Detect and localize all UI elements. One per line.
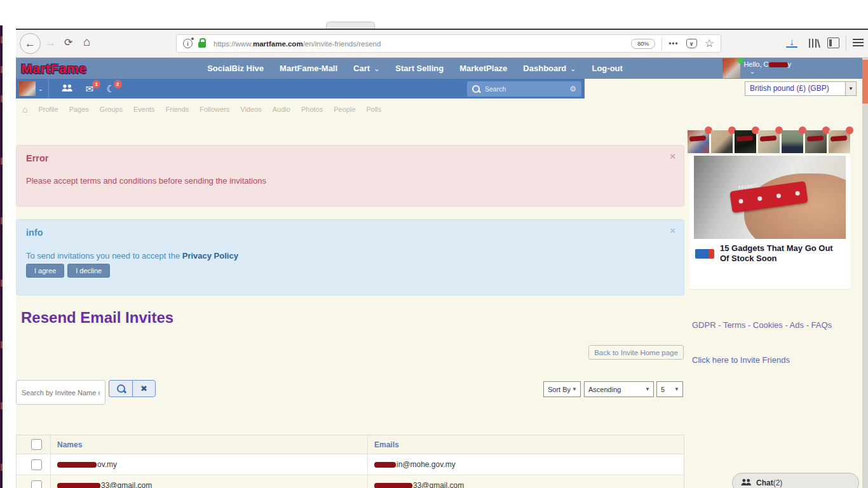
permission-dot — [191, 37, 194, 40]
pocket-icon[interactable]: ∨ — [686, 39, 697, 48]
gear-icon[interactable]: ⚙ — [569, 85, 576, 93]
forward-button[interactable]: → — [44, 36, 56, 50]
info-alert-message: To send invitations you need to accept t… — [26, 251, 238, 261]
navbar-item-log-out[interactable]: Log-out — [592, 64, 622, 73]
currency-select[interactable]: British pound (£) (GBP) ▼ — [745, 81, 857, 96]
home-button[interactable]: ⌂ — [83, 35, 90, 49]
user-greeting[interactable]: Hello, Cy ⌄ — [743, 60, 791, 78]
page-size-value: 5 — [657, 386, 674, 393]
navbar-item-socialbiz-hive[interactable]: SocialBiz Hive — [207, 64, 264, 73]
navbar-item-cart[interactable]: Cart⌄ — [353, 64, 379, 73]
user-menu[interactable]: Hello, Cy ⌄ — [722, 58, 791, 78]
select-all-checkbox[interactable] — [31, 439, 42, 450]
suggested-user-thumbnail[interactable] — [688, 130, 709, 153]
suggested-user-thumbnail[interactable] — [758, 130, 780, 153]
invite-friends-link[interactable]: Click here to Invite Friends — [692, 355, 790, 365]
clear-search-button[interactable]: ✖ — [132, 380, 156, 397]
currency-dropdown-button[interactable]: ▼ — [845, 82, 856, 95]
sort-by-select[interactable]: Sort By▼ — [543, 381, 581, 397]
ad-image[interactable]: keyport — [694, 156, 846, 239]
page-size-select[interactable]: 5▼ — [656, 381, 683, 397]
ad-card[interactable]: keyport 15 Gadgets That May Go Out Of St… — [689, 154, 850, 290]
ad-caption[interactable]: 15 Gadgets That May Go Out Of Stock Soon — [720, 243, 842, 263]
footer-links[interactable]: GDPR - Terms - Cookies - Ads - FAQs — [692, 320, 832, 330]
close-icon[interactable]: × — [670, 151, 675, 161]
navbar-item-martfame-mall[interactable]: MartFame-Mall — [280, 64, 337, 73]
martfame-logo[interactable]: MartFame — [21, 61, 86, 76]
url-text[interactable]: https://www.martfame.com/en/invite-frien… — [214, 40, 381, 48]
suggested-user-thumbnail[interactable] — [782, 130, 803, 153]
profile-nav-friends[interactable]: Friends — [166, 105, 189, 113]
home-icon[interactable]: ⌂ — [22, 104, 27, 114]
sidebar-toggle-icon[interactable] — [827, 37, 839, 48]
url-path: /en/invite-friends/resend — [303, 40, 381, 48]
redaction-mark — [769, 62, 788, 67]
profile-nav-polls[interactable]: Polls — [366, 105, 381, 113]
site-info-icon[interactable]: i — [183, 39, 193, 48]
divider — [846, 35, 846, 51]
bookmark-star-icon[interactable]: ☆ — [705, 37, 714, 50]
url-domain: martfame.com — [253, 40, 303, 48]
back-button[interactable]: ← — [20, 33, 41, 54]
zoom-level-badge[interactable]: 80% — [631, 39, 655, 49]
profile-nav-videos[interactable]: Videos — [240, 105, 261, 113]
greeting-suffix: y — [788, 60, 792, 68]
friends-icon[interactable] — [62, 83, 73, 94]
close-icon[interactable]: × — [670, 225, 675, 236]
suggested-user-thumbnail[interactable] — [711, 130, 733, 153]
search-icon — [117, 384, 125, 393]
notification-dot — [846, 126, 853, 134]
invitee-name-text: 33@gmail.com — [101, 481, 152, 488]
hamburger-menu-icon[interactable] — [853, 39, 864, 48]
padlock-icon[interactable] — [198, 42, 206, 48]
column-header-names[interactable]: Names — [57, 440, 82, 449]
currency-value: British pound (£) (GBP) — [745, 82, 845, 95]
suggested-user-thumbnail[interactable] — [805, 130, 827, 153]
profile-nav-photos[interactable]: Photos — [301, 105, 323, 113]
column-header-emails[interactable]: Emails — [374, 440, 399, 449]
decline-button[interactable]: I decline — [67, 264, 110, 278]
agree-button[interactable]: I agree — [26, 264, 64, 278]
error-alert-message: Please accept terms and conditions befor… — [26, 176, 266, 186]
messages-icon[interactable]: ✉1 — [86, 83, 94, 95]
search-placeholder: Search — [485, 85, 506, 93]
profile-nav-followers[interactable]: Followers — [200, 105, 229, 113]
left-strip-mark — [1, 95, 3, 102]
chevron-down-icon[interactable]: ⌄ — [38, 86, 43, 92]
site-search-input[interactable]: Search ⚙ — [467, 81, 581, 97]
page-actions-icon[interactable]: ••• — [668, 39, 679, 48]
reload-button[interactable]: ⟳ — [64, 36, 72, 48]
row-checkbox[interactable] — [31, 480, 42, 488]
url-bar[interactable]: i https://www.martfame.com/en/invite-fri… — [176, 34, 721, 53]
suggested-user-thumbnail[interactable] — [829, 130, 850, 153]
profile-nav-audio[interactable]: Audio — [273, 105, 290, 113]
row-checkbox[interactable] — [31, 459, 42, 470]
avatar-small[interactable] — [19, 81, 36, 96]
chat-widget[interactable]: Chat (2) — [732, 473, 859, 488]
privacy-policy-link[interactable]: Privacy Policy — [182, 251, 238, 261]
left-strip-mark — [1, 341, 3, 348]
navbar-item-dashboard[interactable]: Dashboard⌄ — [523, 64, 576, 73]
search-button[interactable] — [109, 380, 132, 397]
notifications-icon[interactable]: ☾2 — [106, 83, 114, 95]
back-to-invite-home-button[interactable]: Back to Invite Home page — [588, 345, 684, 360]
profile-nav-profile[interactable]: Profile — [38, 105, 58, 113]
profile-nav-groups[interactable]: Groups — [100, 105, 123, 113]
navbar-item-start-selling[interactable]: Start Selling — [395, 64, 444, 73]
profile-nav-people[interactable]: People — [334, 105, 355, 113]
download-icon[interactable]: ↓ — [786, 37, 797, 48]
profile-nav-pages[interactable]: Pages — [69, 105, 89, 113]
page-title: Resend Email Invites — [21, 309, 173, 327]
chat-label: Chat — [756, 478, 773, 487]
info-alert-buttons: I agree I decline — [26, 264, 110, 278]
profile-nav-events[interactable]: Events — [133, 105, 155, 113]
navbar-item-marketplaze[interactable]: MarketPlaze — [459, 64, 507, 73]
scrollbar-thumb[interactable] — [862, 60, 868, 104]
invitee-search-input[interactable] — [16, 380, 105, 405]
table-body: ov.myin@mohe.gov.my33@gmail.com33@gmail.… — [17, 454, 684, 488]
scrollbar-track[interactable] — [862, 58, 868, 488]
library-icon[interactable] — [808, 37, 820, 51]
sort-order-select[interactable]: Ascending▼ — [584, 381, 654, 397]
suggested-user-thumbnail[interactable] — [735, 130, 756, 153]
table-cell-checkbox — [17, 454, 51, 475]
